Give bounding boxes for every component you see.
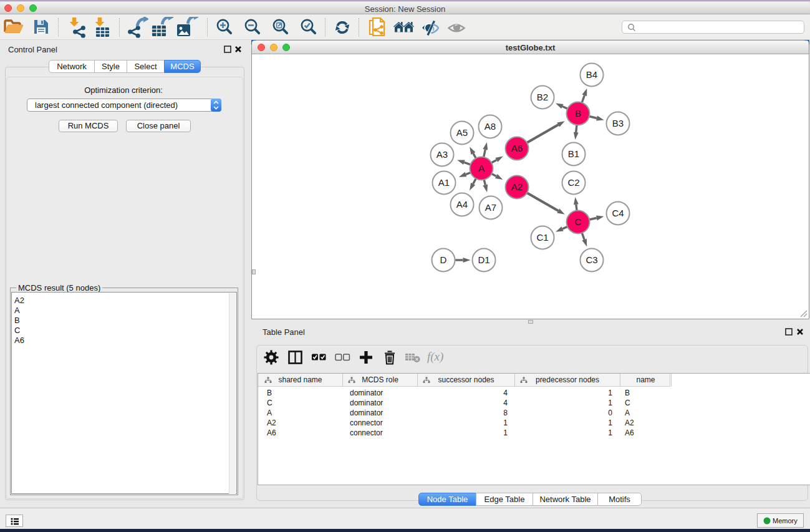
- svg-text:A4: A4: [456, 199, 468, 210]
- svg-text:C: C: [575, 216, 582, 227]
- svg-text:B3: B3: [612, 118, 624, 128]
- svg-text:A1: A1: [438, 177, 450, 188]
- svg-text:A5: A5: [456, 127, 468, 138]
- svg-text:A: A: [478, 163, 485, 173]
- svg-text:A8: A8: [485, 121, 496, 132]
- svg-text:A7: A7: [485, 202, 496, 213]
- svg-text:C1: C1: [536, 232, 548, 243]
- svg-text:B4: B4: [586, 69, 597, 80]
- svg-text:D1: D1: [478, 254, 489, 265]
- svg-text:A6: A6: [511, 143, 523, 153]
- svg-text:C3: C3: [586, 254, 597, 265]
- svg-text:A3: A3: [436, 149, 448, 160]
- svg-text:B: B: [575, 108, 581, 118]
- svg-text:B1: B1: [568, 148, 579, 159]
- svg-text:B2: B2: [537, 92, 548, 102]
- svg-text:D: D: [440, 254, 447, 265]
- svg-text:C2: C2: [567, 177, 579, 188]
- svg-text:A2: A2: [511, 181, 523, 192]
- svg-text:C4: C4: [612, 208, 624, 218]
